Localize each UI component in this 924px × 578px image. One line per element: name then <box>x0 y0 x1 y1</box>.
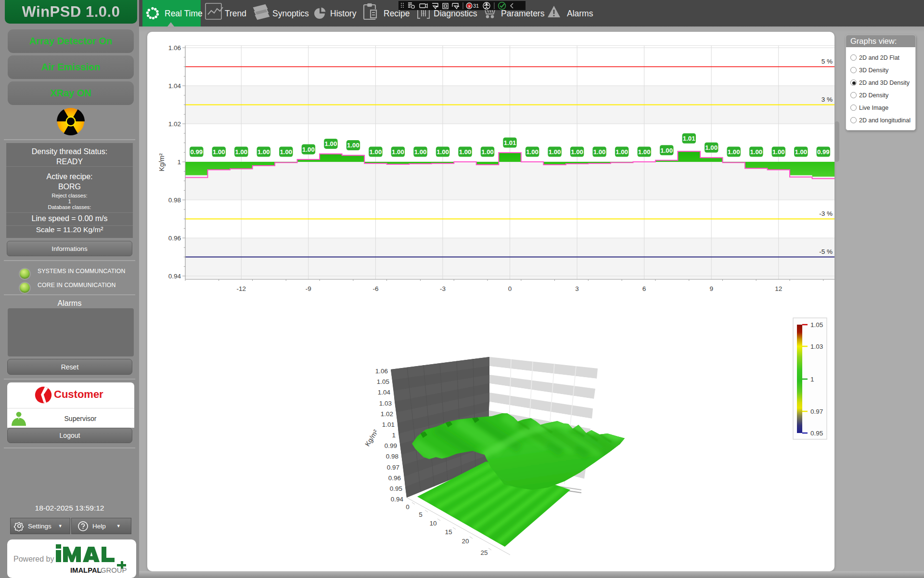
svg-text:-12: -12 <box>237 285 246 292</box>
svg-text:0.95: 0.95 <box>810 430 823 437</box>
svg-text:-3: -3 <box>440 285 446 292</box>
svg-text:1.00: 1.00 <box>593 148 606 156</box>
svg-text:1.00: 1.00 <box>213 148 225 156</box>
svg-text:1.00: 1.00 <box>392 148 404 156</box>
svg-text:0: 0 <box>508 285 512 292</box>
svg-text:1.00: 1.00 <box>549 148 561 156</box>
svg-text:1.00: 1.00 <box>481 148 494 156</box>
svg-text:1.00: 1.00 <box>571 148 583 156</box>
svg-text:6: 6 <box>642 285 646 292</box>
svg-text:1.05: 1.05 <box>377 378 389 385</box>
svg-text:-9: -9 <box>306 285 311 292</box>
svg-text:1.00: 1.00 <box>750 148 762 156</box>
svg-text:1.00: 1.00 <box>795 148 807 156</box>
svg-text:1.00: 1.00 <box>459 148 472 156</box>
svg-text:1.01: 1.01 <box>504 139 516 146</box>
svg-text:0.95: 0.95 <box>390 485 402 492</box>
svg-text:Kg/m²: Kg/m² <box>158 153 166 171</box>
svg-text:1.00: 1.00 <box>325 140 337 147</box>
svg-text:1.04: 1.04 <box>168 82 181 90</box>
svg-text:15: 15 <box>445 528 452 536</box>
svg-text:-3 %: -3 % <box>819 210 833 217</box>
svg-text:5: 5 <box>419 511 423 518</box>
svg-text:1.04: 1.04 <box>378 389 391 396</box>
svg-text:1.03: 1.03 <box>810 343 823 350</box>
svg-text:1.01: 1.01 <box>683 135 695 142</box>
svg-text:1.01: 1.01 <box>382 421 395 428</box>
svg-text:0.96: 0.96 <box>168 235 181 242</box>
svg-text:1: 1 <box>810 376 814 383</box>
svg-text:1.00: 1.00 <box>616 148 628 156</box>
svg-text:1.02: 1.02 <box>168 120 181 128</box>
svg-text:0.97: 0.97 <box>810 408 823 415</box>
svg-text:1.00: 1.00 <box>436 148 449 156</box>
svg-text:1.00: 1.00 <box>414 148 427 156</box>
svg-text:1.06: 1.06 <box>168 44 181 52</box>
svg-text:0.99: 0.99 <box>817 148 830 156</box>
svg-text:1.02: 1.02 <box>381 410 393 418</box>
svg-text:1.00: 1.00 <box>370 148 382 156</box>
svg-text:9: 9 <box>709 285 713 292</box>
svg-text:10: 10 <box>429 520 436 527</box>
svg-text:12: 12 <box>775 285 782 292</box>
svg-text:1: 1 <box>392 432 396 439</box>
svg-text:1.00: 1.00 <box>638 148 651 156</box>
svg-text:3 %: 3 % <box>821 96 833 103</box>
svg-text:1.00: 1.00 <box>302 146 315 153</box>
svg-text:1.05: 1.05 <box>810 321 823 328</box>
svg-text:1.00: 1.00 <box>235 148 247 156</box>
svg-text:1.00: 1.00 <box>772 148 785 156</box>
svg-text:0.96: 0.96 <box>388 474 401 482</box>
svg-text:0.94: 0.94 <box>168 273 181 280</box>
svg-text:5 %: 5 % <box>821 58 833 65</box>
svg-text:1.00: 1.00 <box>526 148 539 156</box>
svg-text:0.99: 0.99 <box>190 148 203 156</box>
svg-text:0.97: 0.97 <box>387 464 399 471</box>
svg-text:0.94: 0.94 <box>391 496 404 503</box>
svg-text:1.06: 1.06 <box>375 368 388 375</box>
svg-text:1.00: 1.00 <box>705 144 718 151</box>
svg-text:1.00: 1.00 <box>280 148 292 156</box>
svg-text:25: 25 <box>480 549 488 556</box>
svg-text:IMALPAL: IMALPAL <box>70 566 102 574</box>
svg-text:0: 0 <box>406 503 410 511</box>
svg-text:-5 %: -5 % <box>819 248 833 255</box>
svg-text:1.03: 1.03 <box>379 400 392 407</box>
svg-text:-6: -6 <box>372 285 378 292</box>
svg-text:20: 20 <box>462 538 469 545</box>
svg-text:1.00: 1.00 <box>257 148 270 156</box>
svg-text:Kg/m²: Kg/m² <box>363 428 380 447</box>
svg-text:GROUP: GROUP <box>101 566 127 574</box>
svg-text:1.00: 1.00 <box>347 142 359 149</box>
svg-text:1.00: 1.00 <box>728 148 740 156</box>
svg-text:1: 1 <box>177 158 181 166</box>
svg-text:0.98: 0.98 <box>168 197 181 204</box>
svg-text:0.99: 0.99 <box>385 442 397 449</box>
svg-text:3: 3 <box>575 285 579 292</box>
svg-text:0.98: 0.98 <box>386 453 398 460</box>
svg-text:1.00: 1.00 <box>660 147 673 154</box>
